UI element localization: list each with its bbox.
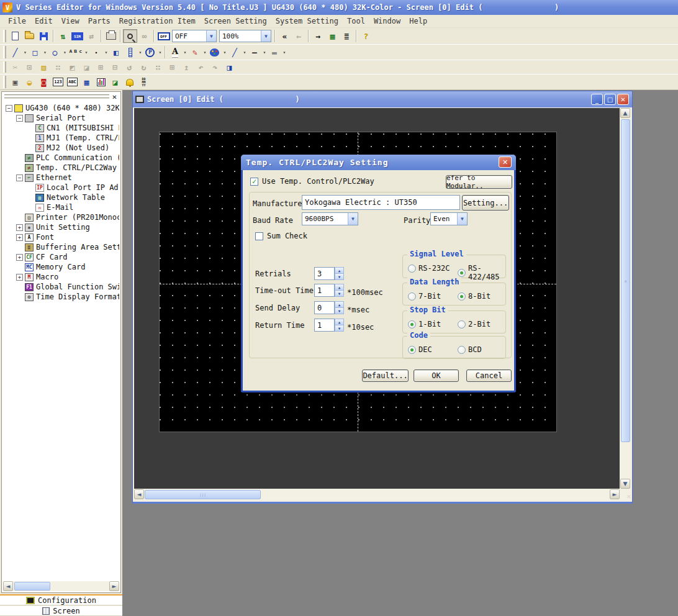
menu-tool[interactable]: Tool xyxy=(343,16,369,27)
fill-rect-dropdown-icon[interactable]: ▾ xyxy=(281,50,287,55)
item-prev-fast-button[interactable]: « xyxy=(278,29,292,43)
ungroup-button[interactable]: ⊟ xyxy=(108,60,122,74)
time-out-time-decrement-icon[interactable]: ▼ xyxy=(335,290,343,296)
tab-screen[interactable]: Screen xyxy=(0,606,122,616)
panel-close-icon[interactable]: ✕ xyxy=(111,93,119,101)
color-palette-button[interactable] xyxy=(207,45,222,59)
tree-item-ug430-640-480-32k[interactable]: −UG430 (640 * 480) 32K- xyxy=(3,103,119,113)
tree-item-cn1-mitsubishi-e[interactable]: CCN1 (MITSUBISHI E xyxy=(3,123,119,133)
tree-item-memory-card[interactable]: MCMemory Card xyxy=(3,262,119,272)
switch-part-button[interactable]: ▣ xyxy=(8,75,22,89)
statistic-part-button[interactable]: ◪ xyxy=(108,75,122,89)
tab-configuration[interactable]: Configuration xyxy=(0,594,122,605)
display-change-button[interactable]: ▦ xyxy=(325,29,340,43)
return-time-increment-icon[interactable]: ▲ xyxy=(335,319,343,325)
redo-button[interactable]: ↷ xyxy=(208,60,222,74)
rs-422-485-radio-option[interactable]: RS-422/485 xyxy=(458,264,505,281)
tree-item-serial-port[interactable]: −Serial Port xyxy=(3,113,119,123)
toolbar-grip[interactable] xyxy=(3,46,6,58)
7-bit-radio-option[interactable]: 7-Bit xyxy=(408,292,441,301)
draw-dot-button[interactable]: · xyxy=(89,45,103,59)
graph-part-button[interactable] xyxy=(94,75,108,89)
8-bit-radio[interactable] xyxy=(458,292,466,301)
rs-232c-radio[interactable] xyxy=(408,265,416,273)
canvas-hscroll-thumb[interactable]: ||| xyxy=(145,490,261,499)
rs-232c-radio-option[interactable]: RS-232C xyxy=(408,264,450,273)
item-prev-button[interactable]: ← xyxy=(292,29,306,43)
scroll-up-icon[interactable]: ▲ xyxy=(620,108,630,118)
rotate-ccw-button[interactable]: ↺ xyxy=(122,60,137,74)
tree-item-global-function-swi[interactable]: F1Global Function Swi xyxy=(3,282,119,292)
draw-ellipse-button[interactable]: ○ xyxy=(48,45,62,59)
draw-rect-button[interactable]: □ xyxy=(28,45,42,59)
collapse-icon[interactable]: − xyxy=(6,105,12,112)
2-bit-radio[interactable] xyxy=(458,320,466,328)
line-width-button[interactable]: — xyxy=(247,45,261,59)
1-bit-radio-option[interactable]: 1-Bit xyxy=(408,320,441,328)
parts-place-dropdown-icon[interactable]: ▾ xyxy=(157,50,163,55)
upload-transfer-button[interactable]: ⇄ xyxy=(84,29,99,43)
menu-help[interactable]: Help xyxy=(405,16,432,27)
parity-select[interactable]: Even ▼ xyxy=(430,212,468,225)
setting-button[interactable]: Setting... xyxy=(462,195,509,211)
toolbar-grip[interactable] xyxy=(3,30,6,43)
tree-hscroll-thumb[interactable] xyxy=(14,582,50,591)
cut-button[interactable]: ✂ xyxy=(8,60,22,74)
char-display-part-button[interactable]: ABC xyxy=(65,75,79,89)
draw-ellipse-dropdown-icon[interactable]: ▾ xyxy=(62,50,68,55)
save-button[interactable] xyxy=(37,29,51,43)
ok-button[interactable]: OK xyxy=(414,369,459,382)
minimize-icon[interactable]: _ xyxy=(591,94,603,105)
char-color-dropdown-icon[interactable]: ▾ xyxy=(182,50,188,55)
7-bit-radio[interactable] xyxy=(408,292,416,301)
2-bit-radio-option[interactable]: 2-Bit xyxy=(458,320,490,328)
canvas-vscroll-thumb[interactable]: ≡ xyxy=(621,119,630,442)
canvas-hscrollbar[interactable]: ◄ ||| ► xyxy=(134,489,620,500)
paint-fill-button[interactable]: ◧ xyxy=(109,45,123,59)
8-bit-radio-option[interactable]: 8-Bit xyxy=(458,292,490,301)
new-file-button[interactable] xyxy=(8,29,22,43)
baud-rate-select[interactable]: 9600BPS ▼ xyxy=(302,212,358,225)
dec-radio-option[interactable]: DEC xyxy=(408,345,432,354)
window-close-icon[interactable]: ✕ xyxy=(617,94,629,105)
baud-rate-dropdown-icon[interactable]: ▼ xyxy=(348,213,358,225)
toolbar-grip[interactable] xyxy=(3,61,6,73)
scroll-left-icon[interactable]: ◄ xyxy=(134,489,144,499)
menu-file[interactable]: File xyxy=(4,16,30,27)
tree-item-unit-setting[interactable]: +✱Unit Setting xyxy=(3,222,119,232)
scale-ruler-dropdown-icon[interactable]: ▾ xyxy=(137,50,143,55)
retrials-field[interactable]: 3 xyxy=(314,267,335,280)
multi-copy-button[interactable]: ∷ xyxy=(51,60,65,74)
expand-icon[interactable]: + xyxy=(16,234,23,241)
send-back-button[interactable]: ◪ xyxy=(79,60,94,74)
time-out-time-stepper[interactable]: ▲▼ xyxy=(335,284,344,297)
panel-grip[interactable] xyxy=(4,94,109,99)
screen-window-titlebar[interactable]: Screen [0] Edit ( ) xyxy=(133,91,632,107)
pen-dropdown-icon[interactable]: ▾ xyxy=(202,50,207,55)
buzzer-part-button[interactable] xyxy=(122,75,137,89)
open-file-button[interactable] xyxy=(22,29,37,43)
expand-icon[interactable]: + xyxy=(16,254,23,261)
retrials-increment-icon[interactable]: ▲ xyxy=(335,268,343,273)
manufacture-field[interactable]: Yokogawa Electric : UT350 xyxy=(302,195,460,210)
line-type-dropdown-icon[interactable]: ▾ xyxy=(242,50,247,55)
scroll-down-icon[interactable]: ▼ xyxy=(620,479,630,489)
menu-registration-item[interactable]: Registration Item xyxy=(115,16,200,27)
menu-edit[interactable]: Edit xyxy=(30,16,57,27)
canvas-vscrollbar[interactable]: ▲ ≡ ▼ xyxy=(620,108,631,489)
zoom-select-dropdown-icon[interactable]: ▼ xyxy=(261,30,271,42)
copy-button[interactable]: ⊡ xyxy=(22,60,37,74)
parity-dropdown-icon[interactable]: ▼ xyxy=(457,213,467,225)
pen-button[interactable]: ✎ xyxy=(188,45,202,59)
line-type-button[interactable]: ╱ xyxy=(227,45,242,59)
tree-item-printer-pr201monoch[interactable]: ▤Printer (PR201Monoch xyxy=(3,212,119,222)
tree-item-font[interactable]: +AFont xyxy=(3,232,119,242)
num-display-part-button[interactable]: 123 xyxy=(51,75,65,89)
toolbar-grip[interactable] xyxy=(3,76,6,88)
dialog-close-icon[interactable]: ✕ xyxy=(499,156,512,168)
collapse-icon[interactable]: − xyxy=(16,174,23,181)
rotate-cw-button[interactable]: ↻ xyxy=(137,60,151,74)
item-next-button[interactable]: → xyxy=(311,29,325,43)
bring-front-button[interactable]: ◩ xyxy=(65,60,79,74)
print-button[interactable] xyxy=(104,29,118,43)
